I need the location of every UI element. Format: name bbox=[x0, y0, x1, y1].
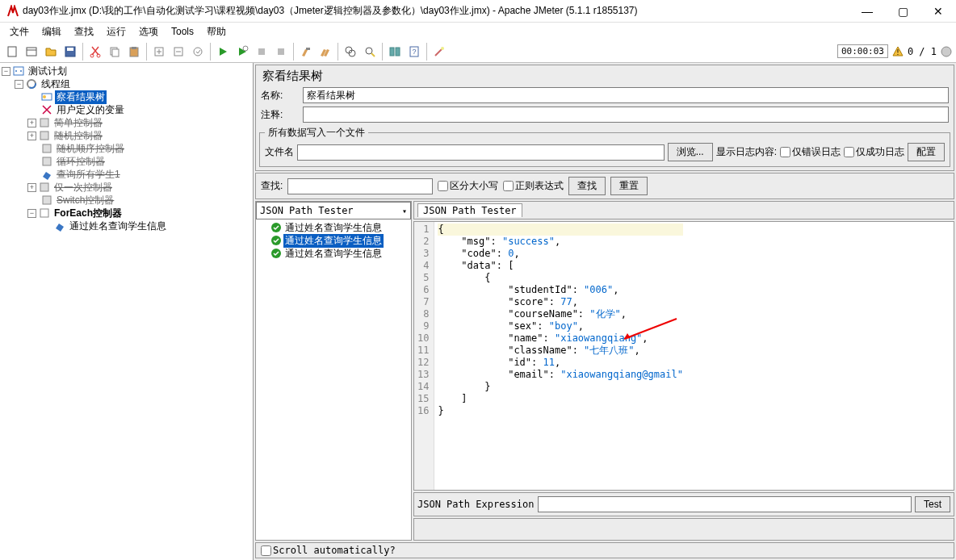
menu-search[interactable]: 查找 bbox=[68, 23, 100, 40]
save-icon[interactable] bbox=[61, 43, 79, 61]
result-list[interactable]: 通过姓名查询学生信息通过姓名查询学生信息通过姓名查询学生信息 bbox=[256, 219, 411, 540]
tree-randord-ctrl[interactable]: 随机顺序控制器 bbox=[55, 142, 126, 156]
help-icon[interactable]: ? bbox=[405, 43, 423, 61]
threadgroup-icon bbox=[25, 77, 38, 90]
tree-loop-ctrl[interactable]: 循环控制器 bbox=[55, 155, 107, 169]
tree-user-vars[interactable]: 用户定义的变量 bbox=[55, 103, 126, 117]
renderer-dropdown[interactable]: JSON Path Tester ▾ bbox=[256, 202, 411, 219]
controller-icon bbox=[38, 116, 51, 129]
name-input[interactable] bbox=[303, 87, 949, 103]
results-tree-panel: JSON Path Tester ▾ 通过姓名查询学生信息通过姓名查询学生信息通… bbox=[255, 201, 412, 541]
tree-foreach-ctrl[interactable]: ForEach控制器 bbox=[52, 207, 124, 220]
svg-rect-26 bbox=[396, 48, 400, 56]
app-window: day03作业.jmx (D:\我的工作\自动化测试学习\课程视频\day03（… bbox=[0, 0, 956, 560]
svg-line-29 bbox=[435, 49, 442, 56]
paste-icon[interactable] bbox=[125, 43, 143, 61]
close-button[interactable]: ✕ bbox=[927, 3, 950, 19]
cut-icon[interactable] bbox=[86, 43, 104, 61]
result-item[interactable]: 通过姓名查询学生信息 bbox=[258, 221, 409, 234]
svg-rect-33 bbox=[14, 67, 23, 75]
collapse-icon[interactable] bbox=[170, 43, 187, 61]
tree-toggle[interactable]: − bbox=[15, 80, 23, 89]
menu-options[interactable]: 选项 bbox=[132, 23, 165, 40]
new-icon[interactable] bbox=[3, 43, 21, 61]
reset-search-icon[interactable] bbox=[361, 43, 379, 61]
tree-once-ctrl[interactable]: 仅一次控制器 bbox=[52, 181, 114, 194]
file-section-title: 所有数据写入一个文件 bbox=[265, 126, 368, 140]
clear-icon[interactable] bbox=[297, 43, 315, 61]
warning-icon[interactable]: ! bbox=[891, 45, 904, 58]
menu-help[interactable]: 帮助 bbox=[200, 23, 233, 40]
only-success-checkbox[interactable]: 仅成功日志 bbox=[844, 145, 904, 159]
tree-view-results[interactable]: 察看结果树 bbox=[55, 90, 107, 104]
toggle-icon[interactable] bbox=[189, 43, 207, 61]
svg-rect-41 bbox=[40, 132, 48, 140]
svg-point-35 bbox=[20, 70, 22, 72]
search-bar: 查找: 区分大小写 正则表达式 查找 重置 bbox=[255, 173, 954, 199]
tree-simple-ctrl[interactable]: 简单控制器 bbox=[52, 116, 104, 130]
tree-toggle[interactable]: − bbox=[27, 209, 36, 218]
expand-icon[interactable] bbox=[150, 43, 168, 61]
filename-input[interactable] bbox=[297, 144, 665, 161]
tree-toggle[interactable]: + bbox=[27, 132, 36, 140]
search-input[interactable] bbox=[287, 178, 433, 194]
log-display-label: 显示日志内容: bbox=[716, 145, 777, 159]
function-icon[interactable] bbox=[386, 43, 404, 61]
menu-edit[interactable]: 编辑 bbox=[36, 23, 68, 40]
configure-button[interactable]: 配置 bbox=[908, 143, 945, 161]
maximize-button[interactable]: ▢ bbox=[891, 3, 914, 19]
controller-icon bbox=[38, 129, 51, 142]
clear-all-icon[interactable] bbox=[317, 43, 334, 61]
tree-toggle[interactable]: − bbox=[2, 67, 10, 76]
test-button[interactable]: Test bbox=[915, 496, 950, 512]
shutdown-icon[interactable] bbox=[272, 43, 290, 61]
menu-tools[interactable]: Tools bbox=[165, 24, 200, 39]
svg-point-23 bbox=[366, 48, 372, 54]
sampler-icon bbox=[40, 168, 53, 181]
elapsed-timer: 00:00:03 bbox=[837, 44, 888, 58]
json-path-label: JSON Path Expression bbox=[417, 499, 535, 510]
comment-input[interactable] bbox=[303, 107, 949, 123]
wand-icon[interactable] bbox=[430, 43, 448, 61]
controller-icon bbox=[40, 194, 53, 207]
menu-run[interactable]: 运行 bbox=[100, 23, 132, 40]
svg-text:!: ! bbox=[895, 48, 899, 56]
tree-random-ctrl[interactable]: 随机控制器 bbox=[52, 129, 104, 143]
tree-toggle[interactable]: + bbox=[27, 119, 36, 127]
tab-json-tester[interactable]: JSON Path Tester bbox=[417, 203, 522, 217]
tree-switch-ctrl[interactable]: Switch控制器 bbox=[55, 194, 115, 207]
scroll-auto-checkbox[interactable]: Scroll automatically? bbox=[261, 545, 396, 556]
reset-button[interactable]: 重置 bbox=[610, 177, 648, 195]
run-icon[interactable] bbox=[214, 43, 232, 61]
svg-text:?: ? bbox=[412, 48, 416, 56]
result-item[interactable]: 通过姓名查询学生信息 bbox=[258, 234, 409, 247]
regex-checkbox[interactable]: 正则表达式 bbox=[503, 179, 564, 193]
stop-icon[interactable] bbox=[253, 43, 270, 61]
name-label: 名称: bbox=[261, 89, 300, 102]
result-item[interactable]: 通过姓名查询学生信息 bbox=[258, 247, 409, 260]
tree-toggle[interactable]: + bbox=[27, 183, 36, 192]
find-button[interactable]: 查找 bbox=[568, 177, 606, 195]
case-checkbox[interactable]: 区分大小写 bbox=[438, 179, 498, 193]
only-error-checkbox[interactable]: 仅错误日志 bbox=[780, 145, 841, 159]
run-noTimers-icon[interactable] bbox=[233, 43, 251, 61]
minimize-button[interactable]: — bbox=[856, 3, 878, 19]
response-body[interactable]: 12345678910111213141516 { "msg": "succes… bbox=[413, 221, 954, 491]
tree-testplan[interactable]: 测试计划 bbox=[27, 65, 69, 78]
tree-query-byname[interactable]: 通过姓名查询学生信息 bbox=[68, 219, 168, 233]
search-icon[interactable] bbox=[342, 43, 359, 61]
browse-button[interactable]: 浏览... bbox=[668, 143, 713, 161]
tree-panel[interactable]: −测试计划 −线程组 察看结果树 用户定义的变量 +简单控制器 +随机控制器 随… bbox=[0, 63, 254, 560]
json-path-box: JSON Path Expression Test bbox=[413, 492, 954, 516]
tree-query-all[interactable]: 查询所有学生1 bbox=[55, 168, 122, 182]
templates-icon[interactable] bbox=[23, 43, 40, 61]
json-path-input[interactable] bbox=[538, 496, 912, 512]
svg-point-32 bbox=[941, 47, 951, 56]
copy-icon[interactable] bbox=[106, 43, 124, 61]
tree-threadgroup[interactable]: 线程组 bbox=[40, 77, 72, 91]
svg-line-24 bbox=[371, 53, 375, 56]
menu-file[interactable]: 文件 bbox=[3, 23, 36, 40]
svg-rect-0 bbox=[8, 47, 16, 56]
open-icon[interactable] bbox=[42, 43, 60, 61]
comment-label: 注释: bbox=[261, 108, 300, 122]
